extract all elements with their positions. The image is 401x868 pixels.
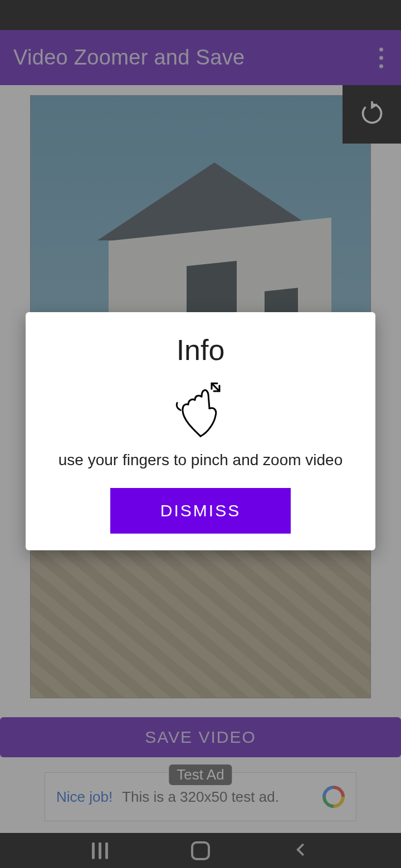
- dialog-message: use your fingers to pinch and zoom video: [58, 451, 343, 469]
- pinch-zoom-icon: [173, 378, 228, 441]
- dismiss-button[interactable]: DISMISS: [110, 488, 291, 534]
- info-dialog: Info use your fingers to pinch and zoom …: [26, 312, 375, 550]
- dialog-title: Info: [177, 333, 225, 367]
- dismiss-button-label: DISMISS: [160, 501, 241, 520]
